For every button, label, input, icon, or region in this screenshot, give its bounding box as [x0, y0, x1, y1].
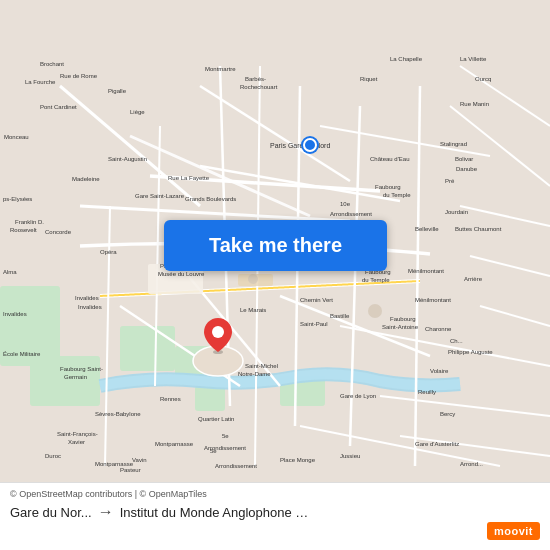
svg-text:Charonne: Charonne [425, 326, 452, 332]
svg-text:Xavier: Xavier [68, 439, 85, 445]
svg-text:Belleville: Belleville [415, 226, 439, 232]
copyright-row: © OpenStreetMap contributors | © OpenMap… [10, 489, 540, 499]
svg-point-40 [248, 274, 258, 284]
svg-text:Faubourg Saint-: Faubourg Saint- [60, 366, 103, 372]
origin-dot [303, 138, 317, 152]
svg-text:10e: 10e [340, 201, 351, 207]
svg-text:Paris Gare du Nord: Paris Gare du Nord [270, 142, 330, 149]
svg-rect-2 [120, 326, 175, 371]
destination-pin [204, 318, 232, 358]
svg-text:Gare d'Austerlitz: Gare d'Austerlitz [415, 441, 459, 447]
route-arrow-icon: → [98, 503, 114, 521]
svg-text:Saint-Antoine: Saint-Antoine [382, 324, 419, 330]
svg-point-129 [212, 326, 224, 338]
svg-text:5e: 5e [222, 433, 229, 439]
attribution-text: © OpenStreetMap contributors | © OpenMap… [10, 489, 207, 499]
svg-text:La Villette: La Villette [460, 56, 487, 62]
svg-text:Saint-Augustin: Saint-Augustin [108, 156, 147, 162]
svg-text:Arrondissement: Arrondissement [330, 211, 372, 217]
svg-text:Buttes Chaumont: Buttes Chaumont [455, 226, 502, 232]
svg-text:Montparnasse: Montparnasse [155, 441, 194, 447]
svg-text:Invalides: Invalides [75, 295, 99, 301]
svg-text:Arrière: Arrière [464, 276, 483, 282]
svg-text:Roosevelt: Roosevelt [10, 227, 37, 233]
svg-text:Invalides: Invalides [3, 311, 27, 317]
take-me-there-label: Take me there [209, 234, 342, 257]
svg-text:Alma: Alma [3, 269, 17, 275]
svg-text:Ménilmontant: Ménilmontant [408, 268, 444, 274]
svg-text:Jussieu: Jussieu [340, 453, 360, 459]
svg-text:Bolivar: Bolivar [455, 156, 473, 162]
svg-text:Monceau: Monceau [4, 134, 29, 140]
svg-text:Gare de Lyon: Gare de Lyon [340, 393, 376, 399]
svg-text:Opéra: Opéra [100, 249, 117, 255]
svg-text:Volaire: Volaire [430, 368, 449, 374]
svg-text:Invalides: Invalides [78, 304, 102, 310]
svg-text:Pré: Pré [445, 178, 455, 184]
svg-text:Madeleine: Madeleine [72, 176, 100, 182]
svg-rect-4 [30, 356, 100, 406]
svg-text:Germain: Germain [64, 374, 87, 380]
svg-rect-5 [195, 386, 225, 411]
svg-text:Pont Cardinet: Pont Cardinet [40, 104, 77, 110]
svg-text:Ourcq: Ourcq [475, 76, 491, 82]
svg-text:Faubourg: Faubourg [375, 184, 401, 190]
route-origin: Gare du Nor... [10, 505, 92, 520]
svg-text:Reuilly: Reuilly [418, 389, 436, 395]
svg-text:Rue Manin: Rue Manin [460, 101, 489, 107]
route-row: Gare du Nor... → Institut du Monde Anglo… [10, 503, 540, 521]
svg-text:Rue de Rome: Rue de Rome [60, 73, 98, 79]
svg-text:Franklin D.: Franklin D. [15, 219, 44, 225]
svg-text:5e: 5e [210, 448, 217, 454]
svg-text:Barbès-: Barbès- [245, 76, 266, 82]
svg-text:Place Monge: Place Monge [280, 457, 316, 463]
svg-text:Liège: Liège [130, 109, 145, 115]
svg-text:Duroc: Duroc [45, 453, 61, 459]
svg-text:Riquet: Riquet [360, 76, 378, 82]
svg-text:Rochechouart: Rochechouart [240, 84, 278, 90]
svg-text:Saint-Michel: Saint-Michel [245, 363, 278, 369]
take-me-there-button[interactable]: Take me there [164, 220, 387, 271]
svg-text:Quartier Latin: Quartier Latin [198, 416, 234, 422]
svg-text:Arrond...: Arrond... [460, 461, 483, 467]
svg-text:La Chapelle: La Chapelle [390, 56, 423, 62]
svg-text:Notre-Dame: Notre-Dame [238, 371, 271, 377]
svg-text:École Militaire: École Militaire [3, 351, 41, 357]
svg-text:du Temple: du Temple [362, 277, 390, 283]
svg-text:Faubourg: Faubourg [390, 316, 416, 322]
svg-text:Bastille: Bastille [330, 313, 350, 319]
svg-text:Musée du Louvre: Musée du Louvre [158, 271, 205, 277]
svg-text:Pigalle: Pigalle [108, 88, 127, 94]
svg-text:Philippe Auguste: Philippe Auguste [448, 349, 493, 355]
bottom-bar: © OpenStreetMap contributors | © OpenMap… [0, 482, 550, 550]
moovit-logo: moovit [487, 522, 540, 540]
svg-text:Brochant: Brochant [40, 61, 64, 67]
map-area: Paris Gare du Nord Gare Saint-Lazare Opé… [0, 0, 550, 482]
svg-text:Grands Boulevards: Grands Boulevards [185, 196, 236, 202]
svg-text:ps-Elysées: ps-Elysées [3, 196, 32, 202]
svg-text:Saint-François-: Saint-François- [57, 431, 98, 437]
svg-text:Arrondissement: Arrondissement [215, 463, 257, 469]
svg-point-39 [368, 304, 382, 318]
svg-text:du Temple: du Temple [383, 192, 411, 198]
svg-text:Ch...: Ch... [450, 338, 463, 344]
svg-text:Ménilmontant: Ménilmontant [415, 297, 451, 303]
svg-text:Rue La Fayette: Rue La Fayette [168, 175, 210, 181]
svg-text:Concorde: Concorde [45, 229, 72, 235]
svg-text:Danube: Danube [456, 166, 478, 172]
svg-text:Stalingrad: Stalingrad [440, 141, 467, 147]
svg-text:Montmartre: Montmartre [205, 66, 236, 72]
svg-text:Vavin: Vavin [132, 457, 147, 463]
route-destination: Institut du Monde Anglophone - Uni... [120, 505, 310, 520]
svg-text:Le Marais: Le Marais [240, 307, 266, 313]
svg-text:Château d'Eau: Château d'Eau [370, 156, 410, 162]
svg-text:Saint-Paul: Saint-Paul [300, 321, 328, 327]
svg-text:Chemin Vert: Chemin Vert [300, 297, 333, 303]
svg-text:Pasteur: Pasteur [120, 467, 141, 473]
svg-text:Bercy: Bercy [440, 411, 455, 417]
svg-text:La Fourche: La Fourche [25, 79, 56, 85]
svg-text:Jourdain: Jourdain [445, 209, 468, 215]
svg-text:Rennes: Rennes [160, 396, 181, 402]
svg-text:Gare Saint-Lazare: Gare Saint-Lazare [135, 193, 185, 199]
app-container: Paris Gare du Nord Gare Saint-Lazare Opé… [0, 0, 550, 550]
